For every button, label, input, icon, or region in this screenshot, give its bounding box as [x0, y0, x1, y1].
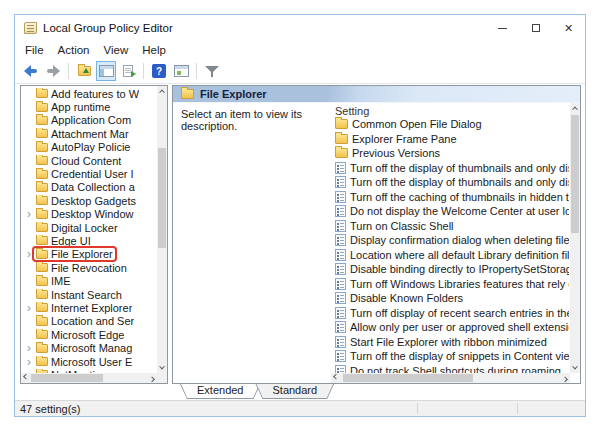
tree-horizontal-scrollbar[interactable]: [21, 373, 157, 383]
tree-item[interactable]: › File Explorer: [21, 248, 157, 261]
setting-row[interactable]: Turn off the display of snippets in Cont…: [331, 349, 569, 364]
details-pane: File Explorer Select an item to view its…: [172, 85, 581, 384]
tree-item-label: Microsoft Manag: [51, 342, 132, 354]
scroll-up-button[interactable]: [157, 86, 167, 96]
scroll-right-button[interactable]: [560, 373, 570, 383]
back-button[interactable]: [21, 61, 41, 81]
setting-row[interactable]: Turn off the display of thumbnails and o…: [331, 161, 569, 176]
tree-item[interactable]: Location and Ser: [21, 315, 157, 328]
list-horizontal-scrollbar[interactable]: [331, 373, 570, 383]
tree-vertical-scrollbar[interactable]: [157, 86, 167, 373]
tree-item[interactable]: Cloud Content: [21, 154, 157, 167]
app-icon: [24, 22, 37, 34]
tree-item-label: Credential User I: [51, 168, 134, 180]
setting-row[interactable]: Turn off display of recent search entrie…: [331, 306, 569, 321]
window-title: Local Group Policy Editor: [43, 22, 486, 34]
scroll-down-button[interactable]: [570, 363, 580, 373]
tree-item-label: Attachment Mar: [51, 128, 129, 140]
up-one-level-button[interactable]: [74, 61, 94, 81]
setting-row[interactable]: Explorer Frame Pane: [331, 132, 569, 147]
scroll-right-button[interactable]: [147, 373, 157, 383]
scroll-down-button[interactable]: [157, 363, 167, 373]
chevron-right-icon[interactable]: ›: [24, 249, 34, 259]
tree-item[interactable]: Data Collection a: [21, 181, 157, 194]
folder-icon: [36, 250, 48, 259]
chevron-right-icon[interactable]: ›: [24, 209, 34, 219]
folder-icon: [36, 263, 48, 272]
tree-item[interactable]: Credential User I: [21, 167, 157, 180]
setting-row[interactable]: Disable Known Folders: [331, 291, 569, 306]
scroll-up-button[interactable]: [570, 103, 580, 113]
scroll-left-button[interactable]: [21, 373, 31, 383]
tree-item[interactable]: Desktop Gadgets: [21, 194, 157, 207]
folder-icon: [36, 277, 48, 286]
setting-row-label: Display confirmation dialog when deletin…: [350, 234, 569, 246]
tree-item[interactable]: Edge UI: [21, 234, 157, 247]
setting-row[interactable]: Location where all default Library defin…: [331, 248, 569, 263]
setting-row[interactable]: Turn on Classic Shell: [331, 219, 569, 234]
setting-row-label: Do not display the Welcome Center at use…: [350, 205, 569, 217]
chevron-right-icon[interactable]: ›: [24, 357, 34, 367]
tree-item-label-box: Digital Locker: [34, 222, 120, 234]
setting-row[interactable]: Turn off the caching of thumbnails in hi…: [331, 190, 569, 205]
setting-row-icon: [335, 234, 346, 246]
setting-row[interactable]: Turn off the display of thumbnails and o…: [331, 175, 569, 190]
view-tab[interactable]: Extended: [181, 384, 259, 398]
tree-item[interactable]: AutoPlay Policie: [21, 141, 157, 154]
scroll-left-button[interactable]: [331, 373, 341, 383]
setting-row[interactable]: Do not display the Welcome Center at use…: [331, 204, 569, 219]
tree-item[interactable]: App runtime: [21, 100, 157, 113]
scrollbar-thumb[interactable]: [31, 374, 103, 382]
setting-row[interactable]: Previous Versions: [331, 146, 569, 161]
chevron-right-icon[interactable]: ›: [24, 343, 34, 353]
chevron-left-icon: [333, 374, 339, 380]
tree-item[interactable]: › Internet Explorer: [21, 301, 157, 314]
show-console-tree-button[interactable]: [96, 61, 116, 81]
setting-row-label: Turn off display of recent search entrie…: [350, 307, 569, 319]
forward-button[interactable]: [43, 61, 63, 81]
tree-item[interactable]: Attachment Mar: [21, 127, 157, 140]
setting-row[interactable]: Display confirmation dialog when deletin…: [331, 233, 569, 248]
menu-item[interactable]: Action: [51, 43, 97, 57]
setting-row[interactable]: Start File Explorer with ribbon minimize…: [331, 335, 569, 350]
tree-item[interactable]: › Microsoft Manag: [21, 341, 157, 354]
menu-item[interactable]: View: [97, 43, 136, 57]
tree-item[interactable]: Application Com: [21, 114, 157, 127]
list-vertical-scrollbar[interactable]: [570, 103, 580, 373]
view-tab[interactable]: Standard: [256, 384, 333, 398]
new-window-button[interactable]: [171, 61, 191, 81]
chevron-left-icon: [23, 374, 29, 380]
setting-column-header[interactable]: Setting: [331, 103, 569, 117]
scrollbar-thumb[interactable]: [158, 148, 166, 248]
tree-item[interactable]: Add features to W: [21, 87, 157, 100]
tree-item[interactable]: Microsoft Edge: [21, 328, 157, 341]
scrollbar-thumb[interactable]: [343, 374, 473, 382]
maximize-button[interactable]: [519, 15, 552, 41]
menu-item[interactable]: Help: [135, 43, 173, 57]
tree-item[interactable]: › Desktop Window: [21, 208, 157, 221]
setting-row-icon: [335, 162, 346, 174]
close-button[interactable]: ✕: [552, 15, 585, 41]
chevron-right-icon[interactable]: ›: [24, 303, 34, 313]
tree-item[interactable]: Instant Search: [21, 288, 157, 301]
tree-item[interactable]: IME: [21, 274, 157, 287]
minimize-button[interactable]: [486, 15, 519, 41]
tree-item-label-box: Edge UI: [34, 235, 93, 247]
chevron-up-icon: [572, 107, 578, 113]
tree-item-label: Cloud Content: [51, 155, 121, 167]
setting-row[interactable]: Turn off Windows Libraries features that…: [331, 277, 569, 292]
setting-row[interactable]: Disable binding directly to IPropertySet…: [331, 262, 569, 277]
filter-button[interactable]: [202, 61, 222, 81]
setting-row[interactable]: Allow only per user or approved shell ex…: [331, 320, 569, 335]
tree-item[interactable]: › Microsoft User E: [21, 355, 157, 368]
tree-item-label-box: Desktop Gadgets: [34, 195, 138, 207]
main-area: Add features to W App runtime: [20, 85, 581, 399]
setting-row-label: Start File Explorer with ribbon minimize…: [350, 336, 547, 348]
menu-item[interactable]: File: [18, 43, 51, 57]
tree-item[interactable]: File Revocation: [21, 261, 157, 274]
scrollbar-thumb[interactable]: [571, 115, 579, 233]
help-button[interactable]: ?: [149, 61, 169, 81]
setting-row[interactable]: Common Open File Dialog: [331, 117, 569, 132]
tree-item[interactable]: Digital Locker: [21, 221, 157, 234]
export-list-button[interactable]: [118, 61, 138, 81]
